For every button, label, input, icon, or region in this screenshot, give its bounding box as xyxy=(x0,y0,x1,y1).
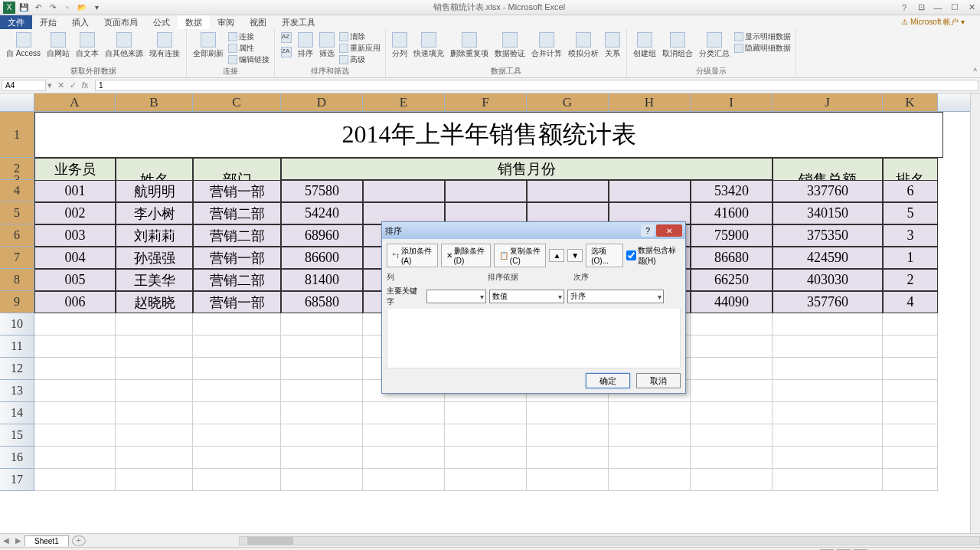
cell[interactable]: 337760 xyxy=(773,180,883,202)
sort-button[interactable]: 排序 xyxy=(296,31,315,61)
cell[interactable]: 002 xyxy=(34,202,116,224)
cell[interactable]: 营销一部 xyxy=(193,247,281,269)
sort-column-combo[interactable] xyxy=(426,290,486,303)
cell[interactable]: 2 xyxy=(883,269,938,291)
help-icon[interactable]: ? xyxy=(896,0,913,15)
cell[interactable]: 57580 xyxy=(281,180,363,202)
maximize-icon[interactable]: ☐ xyxy=(946,0,963,15)
cell[interactable]: 003 xyxy=(34,224,116,247)
confirm-formula-icon[interactable]: ✓ xyxy=(67,80,78,90)
cell[interactable]: 006 xyxy=(34,291,116,313)
cell[interactable]: 86680 xyxy=(691,247,773,269)
cancel-formula-icon[interactable]: ✕ xyxy=(55,80,66,90)
advanced-button[interactable]: 高级 xyxy=(339,54,381,65)
tab-nav-last-icon[interactable]: ▶ xyxy=(12,536,24,545)
row-header[interactable]: 15 xyxy=(0,424,34,447)
ribbon-options-icon[interactable]: ⊡ xyxy=(913,0,929,15)
cell[interactable]: 340150 xyxy=(773,202,883,224)
col-header[interactable]: H xyxy=(609,93,691,111)
cell[interactable]: 004 xyxy=(34,247,116,269)
edit-links-button[interactable]: 编辑链接 xyxy=(228,54,270,65)
row-header[interactable]: 7 xyxy=(0,247,34,269)
cell[interactable]: 航明明 xyxy=(116,180,193,202)
row-header[interactable]: 6 xyxy=(0,224,34,247)
tab-review[interactable]: 审阅 xyxy=(210,15,242,30)
has-headers-checkbox[interactable]: 数据包含标题(H) xyxy=(626,245,681,267)
cell[interactable]: 刘莉莉 xyxy=(116,224,193,247)
refresh-all-button[interactable]: 全部刷新 xyxy=(191,31,225,61)
tab-view[interactable]: 视图 xyxy=(242,15,274,30)
table-title[interactable]: 2014年上半年销售额统计表 xyxy=(34,112,943,158)
clear-button[interactable]: 清除 xyxy=(339,31,381,42)
add-sheet-button[interactable]: + xyxy=(72,535,86,546)
row-header[interactable]: 5 xyxy=(0,202,34,224)
dialog-help-icon[interactable]: ? xyxy=(641,224,655,237)
cell[interactable]: 3 xyxy=(883,224,938,247)
cell[interactable]: 6 xyxy=(883,180,938,202)
sheet-tab[interactable]: Sheet1 xyxy=(24,535,69,546)
row-header[interactable]: 17 xyxy=(0,469,34,491)
properties-button[interactable]: 属性 xyxy=(228,42,270,54)
cell[interactable]: 44090 xyxy=(691,291,773,313)
fx-icon[interactable]: fx xyxy=(80,80,90,90)
filter-button[interactable]: 筛选 xyxy=(318,31,336,61)
tab-insert[interactable]: 插入 xyxy=(64,15,96,30)
cell[interactable]: 孙强强 xyxy=(116,247,193,269)
col-header[interactable]: B xyxy=(116,93,193,111)
tab-dev[interactable]: 开发工具 xyxy=(274,15,323,30)
vertical-scrollbar[interactable] xyxy=(970,93,980,533)
col-header[interactable]: I xyxy=(691,93,773,111)
tab-layout[interactable]: 页面布局 xyxy=(96,15,145,30)
cell[interactable]: 王美华 xyxy=(116,269,193,291)
cell[interactable]: 68960 xyxy=(281,224,363,247)
account-label[interactable]: ⚠ Microsoft 帐户 ▾ xyxy=(901,17,980,28)
cell[interactable]: 68580 xyxy=(281,291,363,313)
reapply-button[interactable]: 重新应用 xyxy=(339,42,381,54)
name-box[interactable]: A4 xyxy=(2,80,46,91)
whatif-button[interactable]: 模拟分析 xyxy=(567,31,600,61)
row-header[interactable]: 4 xyxy=(0,180,34,202)
new-icon[interactable]: ▫ xyxy=(61,2,74,14)
delete-condition-button[interactable]: ✕ 删除条件(D) xyxy=(441,244,491,267)
col-header[interactable]: K xyxy=(883,93,938,111)
add-condition-button[interactable]: ⁺↕ 添加条件(A) xyxy=(387,244,438,267)
row-header[interactable]: 1 xyxy=(0,112,34,158)
from-text-button[interactable]: 自文本 xyxy=(74,31,100,61)
cell[interactable]: 54240 xyxy=(281,202,363,224)
cell[interactable]: 5 xyxy=(883,202,938,224)
row-header[interactable]: 8 xyxy=(0,269,34,291)
cell[interactable]: 403030 xyxy=(773,269,883,291)
cell[interactable]: 营销二部 xyxy=(193,224,281,247)
cell[interactable]: 001 xyxy=(34,180,116,202)
from-access-button[interactable]: 自 Access xyxy=(5,31,42,61)
cancel-button[interactable]: 取消 xyxy=(636,373,681,388)
hide-detail-button[interactable]: 隐藏明细数据 xyxy=(734,42,791,54)
row-header[interactable]: 13 xyxy=(0,380,34,402)
col-header[interactable]: D xyxy=(281,93,363,111)
cell[interactable] xyxy=(527,180,609,202)
col-header[interactable]: J xyxy=(773,93,883,111)
tab-formulas[interactable]: 公式 xyxy=(145,15,178,30)
collapse-ribbon-icon[interactable]: ^ xyxy=(973,67,977,76)
col-header[interactable]: A xyxy=(34,93,116,111)
undo-icon[interactable]: ↶ xyxy=(32,2,44,14)
cell[interactable]: 1 xyxy=(883,247,938,269)
horizontal-scrollbar[interactable] xyxy=(239,536,980,545)
cell[interactable]: 营销二部 xyxy=(193,269,281,291)
remove-dup-button[interactable]: 删除重复项 xyxy=(449,31,490,61)
ungroup-button[interactable]: 取消组合 xyxy=(661,31,694,61)
sort-az-button[interactable]: AZ xyxy=(279,31,293,44)
sort-za-button[interactable]: ZA xyxy=(279,45,293,59)
connections-button[interactable]: 连接 xyxy=(228,31,270,42)
dialog-close-icon[interactable]: ✕ xyxy=(656,224,682,237)
cell[interactable]: 86600 xyxy=(281,247,363,269)
close-icon[interactable]: ✕ xyxy=(963,0,980,15)
open-icon[interactable]: 📂 xyxy=(76,2,88,14)
show-detail-button[interactable]: 显示明细数据 xyxy=(734,31,791,42)
cell[interactable]: 营销一部 xyxy=(193,180,281,202)
row-header[interactable]: 12 xyxy=(0,358,34,380)
cell[interactable] xyxy=(363,180,445,202)
cell[interactable]: 66250 xyxy=(691,269,773,291)
row-header[interactable]: 10 xyxy=(0,313,34,336)
cell[interactable]: 375350 xyxy=(773,224,883,247)
